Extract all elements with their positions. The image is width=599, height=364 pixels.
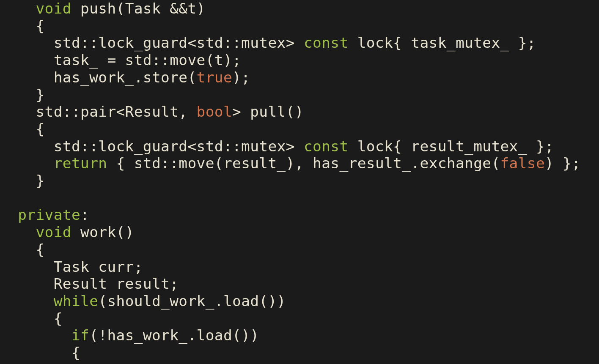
code-line: { [0, 344, 80, 361]
code-block: void push(Task &&t) { std::lock_guard<st… [0, 0, 599, 361]
code-line: task_ = std::move(t); [0, 52, 241, 68]
code-line: has_work_.store(true); [0, 69, 250, 86]
code-line: std::pair<Result, bool> pull() [0, 103, 304, 120]
code-line: std::lock_guard<std::mutex> const lock{ … [0, 34, 536, 51]
code-line: std::lock_guard<std::mutex> const lock{ … [0, 138, 554, 155]
code-line: { [0, 17, 45, 34]
code-line: } [0, 86, 45, 103]
code-line: { [0, 241, 45, 258]
code-line: Result result; [0, 275, 179, 292]
code-line: { [0, 120, 45, 137]
code-line: return { std::move(result_), has_result_… [0, 155, 581, 172]
code-line: private: [0, 206, 89, 223]
code-line: Task curr; [0, 258, 143, 275]
code-line: { [0, 310, 63, 327]
code-line: while(should_work_.load()) [0, 293, 286, 309]
code-line: if(!has_work_.load()) [0, 327, 259, 344]
code-line: void push(Task &&t) [0, 0, 206, 17]
code-line: void work() [0, 224, 134, 241]
code-line: } [0, 172, 45, 189]
